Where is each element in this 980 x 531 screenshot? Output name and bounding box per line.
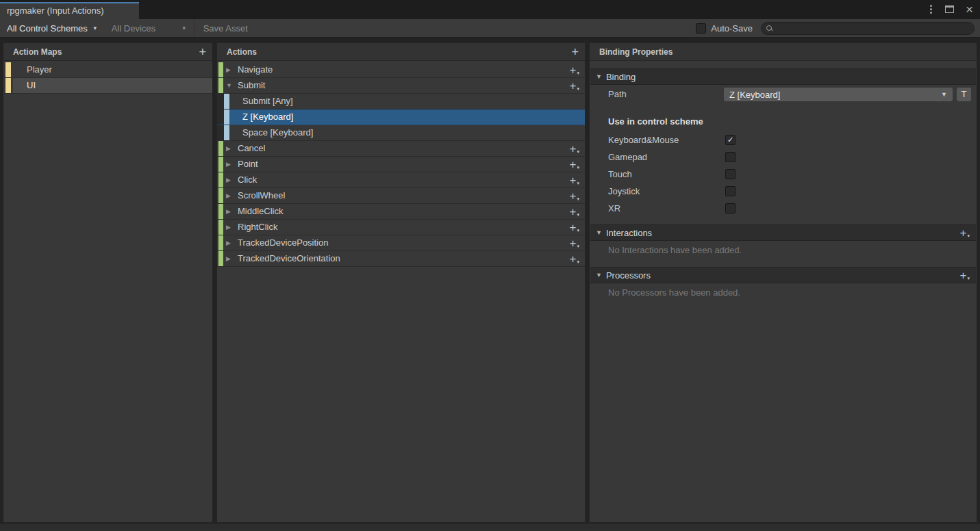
row-color-bar — [218, 251, 223, 266]
interactions-foldout[interactable]: ▼ Interactions + ▾ — [590, 224, 976, 241]
row-color-bar — [224, 109, 229, 125]
input-actions-window: rpgmaker (Input Actions) × All Control S… — [0, 0, 980, 531]
path-label: Path — [608, 87, 627, 102]
row-label: TrackedDevicePosition — [238, 235, 328, 250]
auto-save-label: Auto-Save — [711, 23, 753, 34]
indent-strip — [217, 94, 224, 109]
scheme-checkbox[interactable] — [725, 203, 736, 213]
foldout-closed-icon[interactable]: ▶ — [226, 172, 231, 188]
window-titlebar: rpgmaker (Input Actions) × — [0, 0, 980, 19]
search-box[interactable] — [761, 22, 975, 35]
control-scheme-row: Gamepad — [590, 148, 977, 166]
processors-empty-text: No Processors have been added. — [608, 287, 740, 298]
binding-row[interactable]: Submit [Any] — [217, 94, 585, 109]
path-dropdown[interactable]: Z [Keyboard] ▼ — [724, 88, 953, 101]
actions-header: Actions + — [217, 43, 585, 61]
action-row[interactable]: ▶Navigate+▾ — [217, 62, 585, 78]
foldout-open-icon[interactable]: ▼ — [226, 78, 232, 94]
path-row: Path Z [Keyboard] ▼ T — [590, 87, 977, 102]
row-color-bar — [218, 220, 223, 235]
close-icon[interactable]: × — [966, 4, 973, 15]
path-value: Z [Keyboard] — [729, 90, 780, 100]
add-binding-button[interactable]: +▾ — [570, 188, 579, 203]
maximize-icon[interactable] — [945, 5, 954, 13]
indent-strip — [217, 125, 224, 140]
window-controls: × — [929, 0, 973, 18]
action-row[interactable]: ▶Point+▾ — [217, 157, 585, 172]
add-action-button[interactable]: + — [571, 46, 579, 58]
add-binding-button[interactable]: +▾ — [570, 235, 579, 250]
control-schemes-dropdown[interactable]: All Control Schemes ▼ — [0, 19, 105, 37]
window-menu-icon[interactable] — [929, 3, 933, 15]
processors-foldout[interactable]: ▼ Processors + ▾ — [590, 267, 976, 283]
scheme-checkbox[interactable] — [725, 169, 736, 179]
text-path-toggle-button[interactable]: T — [957, 88, 971, 101]
row-color-bar — [218, 235, 223, 250]
search-input[interactable] — [772, 23, 974, 34]
foldout-closed-icon[interactable]: ▶ — [226, 235, 231, 251]
add-binding-button[interactable]: +▾ — [570, 141, 579, 156]
action-maps-header: Action Maps + — [3, 43, 212, 61]
foldout-closed-icon[interactable]: ▶ — [226, 141, 231, 157]
action-row[interactable]: ▶TrackedDeviceOrientation+▾ — [217, 251, 585, 267]
scheme-checkbox[interactable] — [725, 152, 736, 162]
asset-tab[interactable]: rpgmaker (Input Actions) — [0, 2, 139, 19]
control-scheme-row: Joystick — [590, 183, 977, 200]
actions-list: ▶Navigate+▾▼Submit+▾Submit [Any]Z [Keybo… — [217, 61, 585, 267]
add-binding-button[interactable]: +▾ — [570, 62, 579, 77]
binding-section-label: Binding — [606, 72, 636, 82]
add-processor-button[interactable]: + ▾ — [960, 268, 970, 283]
toolbar: All Control Schemes ▼ All Devices ▼ Save… — [0, 19, 980, 38]
add-binding-button[interactable]: +▾ — [570, 251, 579, 266]
action-map-row[interactable]: Player — [3, 62, 212, 78]
binding-foldout[interactable]: ▼ Binding — [590, 68, 976, 85]
row-label: TrackedDeviceOrientation — [238, 251, 340, 266]
foldout-closed-icon[interactable]: ▶ — [226, 157, 231, 172]
row-label: MiddleClick — [238, 204, 283, 219]
scheme-checkbox[interactable] — [725, 186, 736, 196]
use-in-control-scheme-label: Use in control scheme — [608, 116, 703, 127]
foldout-closed-icon[interactable]: ▶ — [226, 204, 231, 220]
row-label: Cancel — [238, 141, 265, 156]
action-map-row[interactable]: UI — [3, 78, 212, 94]
action-map-label: UI — [27, 78, 36, 93]
action-row[interactable]: ▶RightClick+▾ — [217, 220, 585, 235]
chevron-down-icon: ▼ — [92, 25, 98, 31]
add-interaction-button[interactable]: + ▾ — [960, 225, 970, 240]
chevron-down-icon: ▼ — [941, 91, 947, 98]
add-binding-button[interactable]: +▾ — [570, 157, 579, 172]
add-binding-button[interactable]: +▾ — [570, 220, 579, 235]
action-row[interactable]: ▶Cancel+▾ — [217, 141, 585, 157]
window-bottom-edge — [0, 523, 980, 531]
binding-row[interactable]: Z [Keyboard] — [217, 109, 585, 125]
scheme-checkbox[interactable]: ✓ — [725, 135, 736, 145]
add-binding-button[interactable]: +▾ — [570, 204, 579, 219]
action-row[interactable]: ▼Submit+▾ — [217, 78, 585, 94]
binding-properties-header: Binding Properties — [590, 43, 977, 61]
action-row[interactable]: ▶Click+▾ — [217, 172, 585, 188]
add-action-map-button[interactable]: + — [199, 46, 206, 58]
action-row[interactable]: ▶MiddleClick+▾ — [217, 204, 585, 220]
row-color-bar — [224, 94, 229, 109]
devices-dropdown[interactable]: All Devices ▼ — [105, 19, 194, 37]
action-map-color-bar — [5, 78, 11, 93]
auto-save-checkbox[interactable] — [696, 23, 706, 34]
row-color-bar — [218, 141, 223, 156]
binding-row[interactable]: Space [Keyboard] — [217, 125, 585, 141]
control-scheme-row: Touch — [590, 166, 977, 183]
row-label: RightClick — [238, 220, 278, 235]
row-label: Submit [Any] — [242, 94, 293, 109]
actions-panel: Actions + ▶Navigate+▾▼Submit+▾Submit [An… — [216, 42, 586, 523]
foldout-closed-icon[interactable]: ▶ — [226, 220, 231, 235]
add-binding-button[interactable]: +▾ — [570, 78, 579, 93]
save-asset-button[interactable]: Save Asset — [194, 23, 257, 34]
foldout-closed-icon[interactable]: ▶ — [226, 62, 231, 78]
add-binding-button[interactable]: +▾ — [570, 172, 579, 187]
row-color-bar — [218, 188, 223, 203]
action-row[interactable]: ▶TrackedDevicePosition+▾ — [217, 235, 585, 251]
action-row[interactable]: ▶ScrollWheel+▾ — [217, 188, 585, 204]
row-label: Point — [238, 157, 258, 172]
foldout-closed-icon[interactable]: ▶ — [226, 251, 231, 267]
binding-properties-title: Binding Properties — [599, 47, 673, 57]
foldout-closed-icon[interactable]: ▶ — [226, 188, 231, 204]
